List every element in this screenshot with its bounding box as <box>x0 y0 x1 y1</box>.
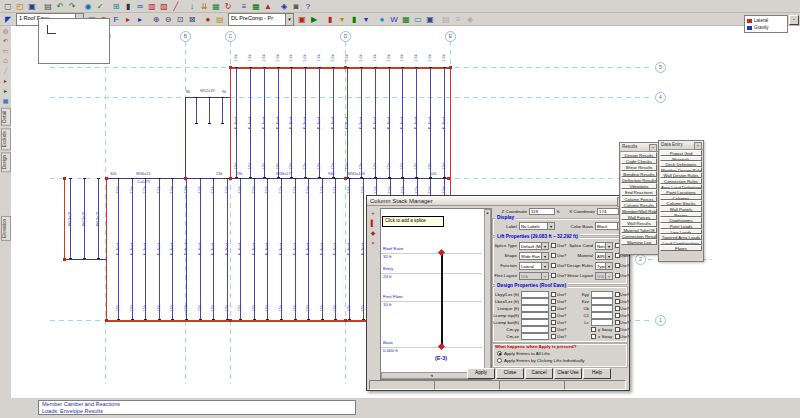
dropdown-yellow-icon[interactable]: ▾ <box>336 14 348 25</box>
lift-dropdown[interactable]: Default (Mo▾ <box>519 242 549 250</box>
insert-red-icon[interactable]: ▮ <box>324 14 336 25</box>
beam-line[interactable] <box>64 259 106 260</box>
chevron-down-icon[interactable]: ▾ <box>541 273 548 279</box>
draw-beam-icon[interactable]: ═ <box>134 1 146 12</box>
render-view-icon[interactable]: ◉ <box>82 1 94 12</box>
column-marker[interactable] <box>63 258 66 261</box>
use-checkbox[interactable] <box>591 327 596 332</box>
target-icon[interactable]: ◎ <box>1 27 10 36</box>
design-input[interactable] <box>521 305 549 312</box>
use-checkbox[interactable] <box>551 306 556 311</box>
spell-check-icon[interactable]: ✓ <box>94 1 106 12</box>
spreadsheets-icon[interactable]: ▦ <box>250 1 262 12</box>
point-load-icon[interactable]: ↓ <box>186 1 198 12</box>
close-icon[interactable]: × <box>649 144 657 152</box>
panel-title[interactable]: Data Entry× <box>659 141 703 150</box>
chevron-down-icon[interactable]: ▾ <box>541 253 548 259</box>
print-icon[interactable]: ▤ <box>42 1 54 12</box>
column-marker[interactable] <box>105 319 108 322</box>
chevron-down-icon[interactable]: ▾ <box>605 253 612 259</box>
box-select-icon[interactable]: ▭ <box>1 47 10 56</box>
lift-dropdown[interactable]: None▾ <box>595 242 613 250</box>
zoom-out-icon[interactable]: ⊖ <box>162 14 174 25</box>
dropdown-blue-icon[interactable]: ▾ <box>360 14 372 25</box>
apply-individually-radio[interactable] <box>497 358 502 363</box>
zoom-window-icon[interactable]: ⊡ <box>174 14 186 25</box>
column-marker[interactable] <box>449 66 452 69</box>
beam-line[interactable] <box>64 178 65 259</box>
design-input[interactable] <box>591 305 613 312</box>
wind-load-icon[interactable]: W <box>388 14 400 25</box>
edit-splice-icon[interactable]: ▌ <box>369 219 377 227</box>
flag-small-green-icon[interactable]: ▸ <box>1 87 10 96</box>
redraw-icon[interactable]: ● <box>202 14 214 25</box>
help-button[interactable]: Help <box>583 368 611 379</box>
modify-column-icon[interactable]: F <box>110 14 122 25</box>
z-coordinate-input[interactable]: 119 <box>529 208 555 215</box>
insert-green-icon[interactable]: ▮ <box>348 14 360 25</box>
delete-splice-icon[interactable]: ◆ <box>369 229 377 237</box>
chevron-down-icon[interactable]: ▾ <box>285 14 293 25</box>
redo-icon[interactable]: ↷ <box>66 1 78 12</box>
zoom-extents-icon[interactable]: ⊠ <box>186 14 198 25</box>
view-3d-icon[interactable]: ◈ <box>278 1 290 12</box>
disabled-copy-icon[interactable]: ▤ <box>440 14 452 25</box>
redraw-stack-icon[interactable]: × <box>369 239 377 247</box>
cancel-button[interactable]: Cancel <box>525 368 553 379</box>
design-input[interactable] <box>521 312 549 319</box>
use-checkbox[interactable] <box>551 320 556 325</box>
use-checkbox[interactable] <box>551 313 556 318</box>
disabled-list-icon[interactable]: ≡ <box>452 14 464 25</box>
draw-column-icon[interactable]: ▮ <box>122 1 134 12</box>
lift-dropdown[interactable]: Wide Flan▾ <box>519 252 549 260</box>
sidebar-tab-detail[interactable]: Detail <box>1 108 11 126</box>
design-input[interactable] <box>591 319 613 326</box>
chevron-down-icon[interactable]: ▾ <box>541 243 548 249</box>
beam-line[interactable] <box>230 67 231 178</box>
disabled-view-icon[interactable]: ◈ <box>464 14 476 25</box>
flag-red-icon[interactable]: ▸ <box>122 14 134 25</box>
dialog-titlebar[interactable]: Column Stack Manager × <box>367 196 629 206</box>
panel-title[interactable]: Results× <box>620 143 658 152</box>
undo-small-icon[interactable]: ↶ <box>1 37 10 46</box>
chevron-down-icon[interactable]: ▾ <box>547 223 554 229</box>
draw-wall-icon[interactable]: ▥ <box>146 1 158 12</box>
joist-line[interactable] <box>222 97 223 124</box>
use-checkbox[interactable] <box>551 334 556 339</box>
lift-dropdown[interactable]: N/A▾ <box>595 272 613 280</box>
load-case-combo[interactable]: DL PreComp - Pr▾ <box>228 13 294 26</box>
lift-dropdown[interactable]: A992▾ <box>595 252 613 260</box>
design-input[interactable] <box>521 326 549 333</box>
column-marker[interactable] <box>184 177 187 180</box>
new-file-icon[interactable]: ▢ <box>2 1 14 12</box>
select-pointer-icon[interactable]: ◤ <box>2 14 14 25</box>
elevation-pane[interactable]: Roof Eave32 ftEntry24 ftFirst Floor10 ft… <box>380 208 492 380</box>
use-checkbox[interactable] <box>551 327 556 332</box>
column-marker[interactable] <box>229 319 232 322</box>
chevron-down-icon[interactable]: ▾ <box>605 273 612 279</box>
beam-line[interactable] <box>185 97 186 178</box>
lift-dropdown[interactable]: Lateral▾ <box>519 262 549 270</box>
design-input[interactable] <box>591 298 613 305</box>
splice-marker-top[interactable] <box>438 249 445 256</box>
sidebar-tab-design[interactable]: Design <box>1 152 11 172</box>
use-checkbox[interactable] <box>551 263 556 268</box>
beam-line[interactable] <box>106 178 107 320</box>
design-input[interactable] <box>521 291 549 298</box>
draw-brace-icon[interactable]: ╱ <box>170 1 182 12</box>
solve-icon[interactable]: ≡ <box>238 1 250 12</box>
sidebar-tab-exclude[interactable]: Exclude <box>1 128 11 150</box>
unselect-icon[interactable]: □ <box>1 57 10 66</box>
panel-item-floors[interactable]: Floors <box>660 245 702 251</box>
draw-deck-icon[interactable]: ▨ <box>158 1 170 12</box>
node-ball-icon[interactable]: ● <box>376 14 388 25</box>
zoom-in-icon[interactable]: ⊕ <box>150 14 162 25</box>
help-icon[interactable]: ? <box>302 1 314 12</box>
snapshot-icon[interactable]: ◙ <box>290 1 302 12</box>
save-select-icon[interactable]: ▦ <box>1 97 10 106</box>
column-marker[interactable] <box>229 177 232 180</box>
line-load-icon[interactable]: ⇊ <box>198 1 210 12</box>
saved-view-icon[interactable]: ▤ <box>214 14 226 25</box>
line-select-icon[interactable]: ╱ <box>1 67 10 76</box>
apply-all-radio[interactable] <box>497 351 502 356</box>
